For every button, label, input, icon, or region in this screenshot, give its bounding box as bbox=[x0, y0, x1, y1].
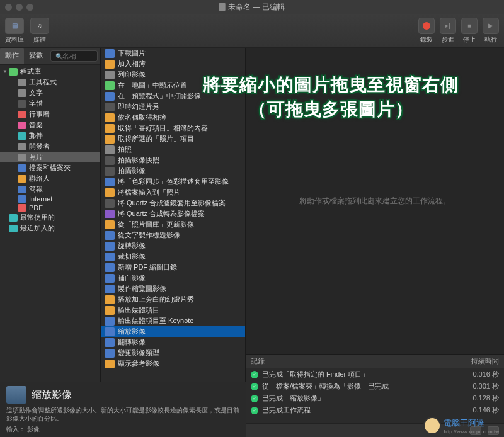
tree-item-label: 照片 bbox=[29, 152, 43, 162]
tree-item-label: 程式庫 bbox=[20, 67, 41, 76]
canvas-placeholder: 將動作或檔案拖到此處來建立您的工作流程。 bbox=[299, 196, 450, 207]
workflow-canvas[interactable]: 將動作或檔案拖到此處來建立您的工作流程。 bbox=[246, 48, 504, 354]
action-label: 補白影像 bbox=[118, 273, 146, 283]
action-item[interactable]: 在「地圖」中顯示位置 bbox=[101, 80, 245, 91]
action-icon bbox=[105, 231, 115, 240]
library-sidebar: 動作 變數 🔍 ▼程式庫工具程式文字字體行事曆音樂郵件開發者照片檔案和檔案夾聯絡… bbox=[0, 48, 101, 437]
action-icon bbox=[105, 220, 115, 229]
media-button[interactable]: ♫ 媒體 bbox=[30, 18, 49, 44]
action-item[interactable]: 拍攝影像快照 bbox=[101, 155, 245, 166]
tree-item-label: PDF bbox=[29, 204, 43, 212]
success-check-icon: ✓ bbox=[251, 407, 258, 414]
action-label: 新增 PDF 縮圖目錄 bbox=[118, 263, 177, 272]
action-item[interactable]: 拍照 bbox=[101, 144, 245, 155]
action-icon bbox=[105, 124, 115, 133]
minimize-window-button[interactable] bbox=[16, 4, 23, 11]
action-icon bbox=[105, 338, 115, 347]
action-item[interactable]: 翻轉影像 bbox=[101, 337, 245, 348]
watermark-avatar bbox=[423, 417, 441, 434]
category-icon bbox=[18, 204, 26, 212]
scale-image-icon bbox=[6, 386, 26, 404]
action-item[interactable]: 將「色彩同步」色彩描述套用至影像 bbox=[101, 176, 245, 187]
action-item[interactable]: 取得所選的「照片」項目 bbox=[101, 133, 245, 144]
tree-item[interactable]: 檔案和檔案夾 bbox=[0, 162, 100, 173]
tree-item[interactable]: 郵件 bbox=[0, 130, 100, 141]
action-item[interactable]: 將 Quartz 合成轉為影像檔案 bbox=[101, 208, 245, 219]
tree-item[interactable]: 最常使用的 bbox=[0, 212, 100, 223]
tree-item[interactable]: 字體 bbox=[0, 98, 100, 109]
library-button[interactable]: ▤ 資料庫 bbox=[5, 18, 24, 44]
action-item[interactable]: 輸出媒體項目至 Keynote bbox=[101, 315, 245, 326]
action-item[interactable]: 變更影像類型 bbox=[101, 348, 245, 358]
action-icon bbox=[105, 71, 115, 79]
action-item[interactable]: 將檔案輸入到「照片」 bbox=[101, 187, 245, 198]
tree-item[interactable]: 音樂 bbox=[0, 120, 100, 130]
actions-list[interactable]: 下載圖片加入相簿列印影像在「地圖」中顯示位置在「預覽程式」中打開影像即時幻燈片秀… bbox=[101, 48, 246, 437]
close-window-button[interactable] bbox=[5, 4, 12, 11]
description-body: 這項動作會調整所選影像的大小。新的大小可能是影像較長邊的像素長度，或是目前影像大… bbox=[6, 406, 239, 423]
tree-item[interactable]: 最近加入的 bbox=[0, 223, 100, 234]
action-icon bbox=[105, 360, 115, 368]
action-item[interactable]: 裁切影像 bbox=[101, 251, 245, 262]
window-title: 未命名 — 已編輯 bbox=[219, 2, 285, 13]
log-row: ✓已完成「取得指定的 Finder 項目」0.016 秒 bbox=[246, 368, 504, 380]
tree-item[interactable]: 照片 bbox=[0, 152, 100, 162]
action-icon bbox=[105, 295, 115, 304]
tree-item[interactable]: 聯絡人 bbox=[0, 173, 100, 184]
action-label: 從文字製作標題影像 bbox=[118, 230, 180, 240]
log-message: 已完成工作流程 bbox=[262, 406, 455, 415]
action-label: 取得「喜好項目」相簿的內容 bbox=[118, 123, 208, 133]
tree-item[interactable]: 工具程式 bbox=[0, 77, 100, 88]
action-label: 依名稱取得相簿 bbox=[118, 113, 166, 122]
action-item[interactable]: 輸出媒體項目 bbox=[101, 305, 245, 315]
action-item[interactable]: 旋轉影像 bbox=[101, 241, 245, 251]
category-icon bbox=[9, 214, 18, 222]
action-item[interactable]: 從文字製作標題影像 bbox=[101, 230, 245, 241]
tree-item-label: 文字 bbox=[29, 88, 43, 98]
tab-variables[interactable]: 變數 bbox=[24, 48, 48, 64]
action-item[interactable]: 即時幻燈片秀 bbox=[101, 101, 245, 112]
search-icon: 🔍 bbox=[55, 53, 63, 60]
tree-item[interactable]: PDF bbox=[0, 203, 100, 212]
zoom-window-button[interactable] bbox=[26, 4, 33, 11]
tree-item[interactable]: 文字 bbox=[0, 88, 100, 98]
action-item[interactable]: 播放加上旁白的幻燈片秀 bbox=[101, 294, 245, 305]
action-item[interactable]: 列印影像 bbox=[101, 69, 245, 80]
tree-item[interactable]: Internet bbox=[0, 195, 100, 203]
action-icon bbox=[105, 253, 115, 261]
action-item[interactable]: 製作縮覽圖影像 bbox=[101, 283, 245, 294]
action-item[interactable]: 新增 PDF 縮圖目錄 bbox=[101, 262, 245, 273]
action-item[interactable]: 在「預覽程式」中打開影像 bbox=[101, 91, 245, 101]
action-item[interactable]: 依名稱取得相簿 bbox=[101, 112, 245, 123]
action-item[interactable]: 拍攝影像 bbox=[101, 166, 245, 176]
step-button[interactable]: ▸| 步進 bbox=[440, 18, 456, 44]
description-title: 縮放影像 bbox=[32, 389, 72, 402]
log-message: 從「檔案/檔案夾」轉換為「影像」已完成 bbox=[262, 382, 455, 391]
action-item[interactable]: 顯示參考影像 bbox=[101, 358, 245, 369]
action-label: 拍攝影像 bbox=[118, 166, 146, 176]
tree-item[interactable]: 行事曆 bbox=[0, 109, 100, 120]
action-item[interactable]: 取得「喜好項目」相簿的內容 bbox=[101, 123, 245, 133]
action-item[interactable]: 加入相簿 bbox=[101, 59, 245, 69]
tree-item-label: 音樂 bbox=[29, 120, 43, 130]
category-icon bbox=[18, 195, 26, 203]
stop-button[interactable]: ■ 停止 bbox=[461, 18, 478, 44]
log-row: ✓已完成工作流程0.146 秒 bbox=[246, 404, 504, 416]
tree-item[interactable]: 簡報 bbox=[0, 184, 100, 195]
action-label: 將 Quartz 合成轉為影像檔案 bbox=[118, 209, 205, 219]
action-item[interactable]: 補白影像 bbox=[101, 273, 245, 283]
run-button[interactable]: ▶ 執行 bbox=[483, 18, 499, 44]
record-button[interactable]: 錄製 bbox=[418, 18, 435, 44]
tree-item[interactable]: 開發者 bbox=[0, 141, 100, 152]
action-item[interactable]: 從「照片圖庫」更新影像 bbox=[101, 219, 245, 230]
tree-item[interactable]: ▼程式庫 bbox=[0, 66, 100, 77]
action-item[interactable]: 縮放影像 bbox=[101, 326, 245, 337]
tree-item-label: 簡報 bbox=[29, 184, 43, 194]
action-item[interactable]: 下載圖片 bbox=[101, 48, 245, 59]
category-icon bbox=[9, 68, 18, 76]
action-label: 裁切影像 bbox=[118, 252, 146, 261]
action-item[interactable]: 將 Quartz 合成濾鏡套用至影像檔案 bbox=[101, 198, 245, 208]
success-check-icon: ✓ bbox=[251, 395, 258, 402]
media-icon: ♫ bbox=[37, 22, 42, 29]
tab-actions[interactable]: 動作 bbox=[0, 48, 24, 64]
